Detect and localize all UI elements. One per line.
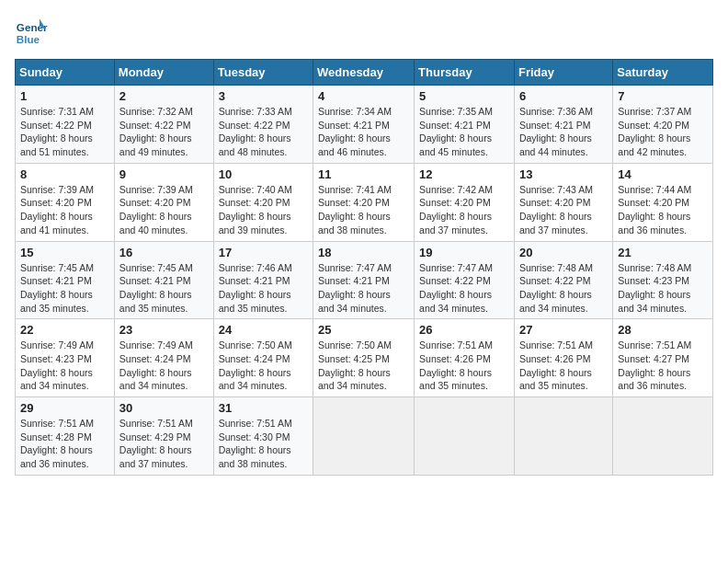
logo: General Blue — [15, 15, 48, 48]
page-header: General Blue — [15, 15, 713, 48]
day-number: 24 — [219, 323, 308, 337]
calendar-cell: 23Sunrise: 7:49 AM Sunset: 4:24 PM Dayli… — [114, 319, 213, 397]
calendar-week-5: 29Sunrise: 7:51 AM Sunset: 4:28 PM Dayli… — [16, 397, 713, 476]
calendar-cell: 22Sunrise: 7:49 AM Sunset: 4:23 PM Dayli… — [16, 319, 115, 397]
logo-icon: General Blue — [15, 15, 48, 48]
day-number: 7 — [618, 89, 708, 103]
calendar-cell: 21Sunrise: 7:48 AM Sunset: 4:23 PM Dayli… — [613, 241, 713, 319]
day-number: 25 — [318, 323, 409, 337]
day-info: Sunrise: 7:35 AM Sunset: 4:21 PM Dayligh… — [419, 105, 509, 159]
day-number: 22 — [20, 323, 109, 337]
calendar-cell: 2Sunrise: 7:32 AM Sunset: 4:22 PM Daylig… — [114, 86, 213, 164]
weekday-wednesday: Wednesday — [313, 60, 415, 86]
calendar-week-2: 8Sunrise: 7:39 AM Sunset: 4:20 PM Daylig… — [16, 163, 713, 241]
calendar-cell: 12Sunrise: 7:42 AM Sunset: 4:20 PM Dayli… — [415, 163, 515, 241]
calendar-cell: 16Sunrise: 7:45 AM Sunset: 4:21 PM Dayli… — [114, 241, 213, 319]
day-number: 20 — [519, 246, 608, 259]
day-number: 5 — [419, 89, 509, 103]
day-info: Sunrise: 7:43 AM Sunset: 4:20 PM Dayligh… — [519, 183, 608, 237]
day-info: Sunrise: 7:40 AM Sunset: 4:20 PM Dayligh… — [219, 183, 308, 237]
calendar-cell: 1Sunrise: 7:31 AM Sunset: 4:22 PM Daylig… — [16, 86, 115, 164]
day-info: Sunrise: 7:44 AM Sunset: 4:20 PM Dayligh… — [618, 183, 708, 237]
day-info: Sunrise: 7:51 AM Sunset: 4:29 PM Dayligh… — [119, 417, 209, 471]
day-info: Sunrise: 7:47 AM Sunset: 4:22 PM Dayligh… — [419, 261, 509, 316]
day-number: 17 — [219, 246, 308, 259]
day-info: Sunrise: 7:49 AM Sunset: 4:23 PM Dayligh… — [20, 339, 109, 393]
calendar-body: 1Sunrise: 7:31 AM Sunset: 4:22 PM Daylig… — [16, 86, 713, 476]
day-info: Sunrise: 7:48 AM Sunset: 4:23 PM Dayligh… — [618, 261, 708, 316]
day-info: Sunrise: 7:46 AM Sunset: 4:21 PM Dayligh… — [219, 261, 308, 316]
calendar-cell: 13Sunrise: 7:43 AM Sunset: 4:20 PM Dayli… — [514, 163, 612, 241]
day-info: Sunrise: 7:51 AM Sunset: 4:30 PM Dayligh… — [219, 417, 308, 471]
calendar-cell: 30Sunrise: 7:51 AM Sunset: 4:29 PM Dayli… — [114, 397, 213, 476]
calendar-table: SundayMondayTuesdayWednesdayThursdayFrid… — [15, 59, 713, 476]
calendar-header: SundayMondayTuesdayWednesdayThursdayFrid… — [16, 60, 713, 86]
calendar-cell: 14Sunrise: 7:44 AM Sunset: 4:20 PM Dayli… — [613, 163, 713, 241]
day-number: 16 — [119, 246, 209, 259]
day-info: Sunrise: 7:51 AM Sunset: 4:28 PM Dayligh… — [20, 417, 109, 471]
day-info: Sunrise: 7:37 AM Sunset: 4:20 PM Dayligh… — [618, 105, 708, 159]
day-info: Sunrise: 7:39 AM Sunset: 4:20 PM Dayligh… — [20, 183, 109, 237]
day-number: 3 — [219, 89, 308, 103]
calendar-cell: 31Sunrise: 7:51 AM Sunset: 4:30 PM Dayli… — [213, 397, 313, 476]
day-number: 23 — [119, 323, 209, 337]
day-info: Sunrise: 7:36 AM Sunset: 4:21 PM Dayligh… — [519, 105, 608, 159]
day-info: Sunrise: 7:50 AM Sunset: 4:25 PM Dayligh… — [318, 339, 409, 393]
day-number: 28 — [618, 323, 708, 337]
weekday-thursday: Thursday — [415, 60, 515, 86]
calendar-cell: 17Sunrise: 7:46 AM Sunset: 4:21 PM Dayli… — [213, 241, 313, 319]
day-number: 18 — [318, 246, 409, 259]
day-number: 31 — [219, 401, 308, 415]
day-info: Sunrise: 7:50 AM Sunset: 4:24 PM Dayligh… — [219, 339, 308, 393]
calendar-cell — [613, 397, 713, 476]
weekday-friday: Friday — [514, 60, 612, 86]
day-info: Sunrise: 7:51 AM Sunset: 4:26 PM Dayligh… — [419, 339, 509, 393]
calendar-cell: 3Sunrise: 7:33 AM Sunset: 4:22 PM Daylig… — [213, 86, 313, 164]
calendar-cell: 11Sunrise: 7:41 AM Sunset: 4:20 PM Dayli… — [313, 163, 415, 241]
calendar-cell: 4Sunrise: 7:34 AM Sunset: 4:21 PM Daylig… — [313, 86, 415, 164]
day-number: 19 — [419, 246, 509, 259]
calendar-cell: 24Sunrise: 7:50 AM Sunset: 4:24 PM Dayli… — [213, 319, 313, 397]
day-number: 14 — [618, 167, 708, 181]
day-info: Sunrise: 7:39 AM Sunset: 4:20 PM Dayligh… — [119, 183, 209, 237]
weekday-sunday: Sunday — [16, 60, 115, 86]
calendar-cell: 9Sunrise: 7:39 AM Sunset: 4:20 PM Daylig… — [114, 163, 213, 241]
calendar-cell — [415, 397, 515, 476]
calendar-cell: 15Sunrise: 7:45 AM Sunset: 4:21 PM Dayli… — [16, 241, 115, 319]
calendar-cell: 25Sunrise: 7:50 AM Sunset: 4:25 PM Dayli… — [313, 319, 415, 397]
day-info: Sunrise: 7:32 AM Sunset: 4:22 PM Dayligh… — [119, 105, 209, 159]
day-info: Sunrise: 7:31 AM Sunset: 4:22 PM Dayligh… — [20, 105, 109, 159]
day-number: 27 — [519, 323, 608, 337]
day-info: Sunrise: 7:34 AM Sunset: 4:21 PM Dayligh… — [318, 105, 409, 159]
calendar-cell: 27Sunrise: 7:51 AM Sunset: 4:26 PM Dayli… — [514, 319, 612, 397]
day-number: 15 — [20, 246, 109, 259]
calendar-week-1: 1Sunrise: 7:31 AM Sunset: 4:22 PM Daylig… — [16, 86, 713, 164]
calendar-cell — [313, 397, 415, 476]
day-number: 13 — [519, 167, 608, 181]
weekday-saturday: Saturday — [613, 60, 713, 86]
day-info: Sunrise: 7:47 AM Sunset: 4:21 PM Dayligh… — [318, 261, 409, 316]
day-number: 30 — [119, 401, 209, 415]
day-number: 4 — [318, 89, 409, 103]
calendar-cell — [514, 397, 612, 476]
calendar-cell: 10Sunrise: 7:40 AM Sunset: 4:20 PM Dayli… — [213, 163, 313, 241]
day-number: 10 — [219, 167, 308, 181]
day-info: Sunrise: 7:41 AM Sunset: 4:20 PM Dayligh… — [318, 183, 409, 237]
calendar-cell: 8Sunrise: 7:39 AM Sunset: 4:20 PM Daylig… — [16, 163, 115, 241]
weekday-tuesday: Tuesday — [213, 60, 313, 86]
day-number: 2 — [119, 89, 209, 103]
day-info: Sunrise: 7:51 AM Sunset: 4:26 PM Dayligh… — [519, 339, 608, 393]
day-number: 26 — [419, 323, 509, 337]
calendar-cell: 29Sunrise: 7:51 AM Sunset: 4:28 PM Dayli… — [16, 397, 115, 476]
calendar-cell: 28Sunrise: 7:51 AM Sunset: 4:27 PM Dayli… — [613, 319, 713, 397]
weekday-header-row: SundayMondayTuesdayWednesdayThursdayFrid… — [16, 60, 713, 86]
day-info: Sunrise: 7:51 AM Sunset: 4:27 PM Dayligh… — [618, 339, 708, 393]
calendar-cell: 26Sunrise: 7:51 AM Sunset: 4:26 PM Dayli… — [415, 319, 515, 397]
svg-text:Blue: Blue — [17, 33, 40, 45]
day-info: Sunrise: 7:45 AM Sunset: 4:21 PM Dayligh… — [20, 261, 109, 316]
calendar-cell: 19Sunrise: 7:47 AM Sunset: 4:22 PM Dayli… — [415, 241, 515, 319]
calendar-cell: 5Sunrise: 7:35 AM Sunset: 4:21 PM Daylig… — [415, 86, 515, 164]
calendar-cell: 7Sunrise: 7:37 AM Sunset: 4:20 PM Daylig… — [613, 86, 713, 164]
day-number: 9 — [119, 167, 209, 181]
day-info: Sunrise: 7:42 AM Sunset: 4:20 PM Dayligh… — [419, 183, 509, 237]
